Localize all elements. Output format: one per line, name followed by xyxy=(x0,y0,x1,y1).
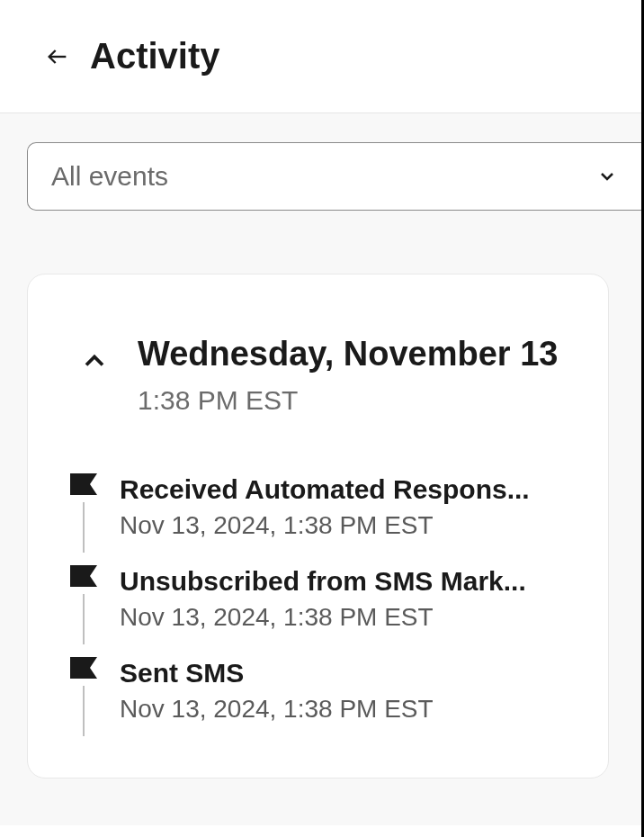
event-content: Unsubscribed from SMS Mark... Nov 13, 20… xyxy=(120,565,579,657)
flag-icon xyxy=(70,657,97,679)
svg-marker-1 xyxy=(70,473,97,495)
event-title: Received Automated Respons... xyxy=(120,473,579,506)
event-item[interactable]: Sent SMS Nov 13, 2024, 1:38 PM EST xyxy=(69,657,579,749)
event-timestamp: Nov 13, 2024, 1:38 PM EST xyxy=(120,695,579,724)
page-title: Activity xyxy=(90,36,220,76)
flag-icon xyxy=(70,473,97,495)
event-title: Sent SMS xyxy=(120,657,579,689)
event-icon-column xyxy=(69,565,98,644)
event-icon-column xyxy=(69,657,98,736)
back-button[interactable] xyxy=(43,42,72,71)
event-content: Sent SMS Nov 13, 2024, 1:38 PM EST xyxy=(120,657,579,749)
svg-marker-2 xyxy=(70,565,97,587)
timeline-connector xyxy=(83,686,85,736)
chevron-up-icon xyxy=(78,345,111,377)
svg-marker-3 xyxy=(70,657,97,679)
timeline-connector xyxy=(83,502,85,553)
day-time: 1:38 PM EST xyxy=(138,385,579,416)
event-title: Unsubscribed from SMS Mark... xyxy=(120,565,579,598)
events-list: Received Automated Respons... Nov 13, 20… xyxy=(57,473,579,749)
day-group-header[interactable]: Wednesday, November 13 1:38 PM EST xyxy=(57,332,579,416)
events-filter-dropdown[interactable]: All events xyxy=(27,142,641,211)
event-timestamp: Nov 13, 2024, 1:38 PM EST xyxy=(120,511,579,540)
chevron-down-icon xyxy=(596,166,618,187)
day-title: Wednesday, November 13 xyxy=(138,332,579,376)
activity-day-card: Wednesday, November 13 1:38 PM EST Recei… xyxy=(27,274,609,778)
event-timestamp: Nov 13, 2024, 1:38 PM EST xyxy=(120,603,579,632)
event-icon-column xyxy=(69,473,98,553)
page-header: Activity xyxy=(0,0,641,112)
day-info: Wednesday, November 13 1:38 PM EST xyxy=(138,332,579,416)
content-area: All events Wednesday, November 13 1:38 P… xyxy=(0,112,641,825)
flag-icon xyxy=(70,565,97,587)
filter-selected-label: All events xyxy=(51,161,168,192)
arrow-left-icon xyxy=(45,44,70,69)
event-item[interactable]: Received Automated Respons... Nov 13, 20… xyxy=(69,473,579,565)
event-item[interactable]: Unsubscribed from SMS Mark... Nov 13, 20… xyxy=(69,565,579,657)
event-content: Received Automated Respons... Nov 13, 20… xyxy=(120,473,579,565)
timeline-connector xyxy=(83,594,85,644)
